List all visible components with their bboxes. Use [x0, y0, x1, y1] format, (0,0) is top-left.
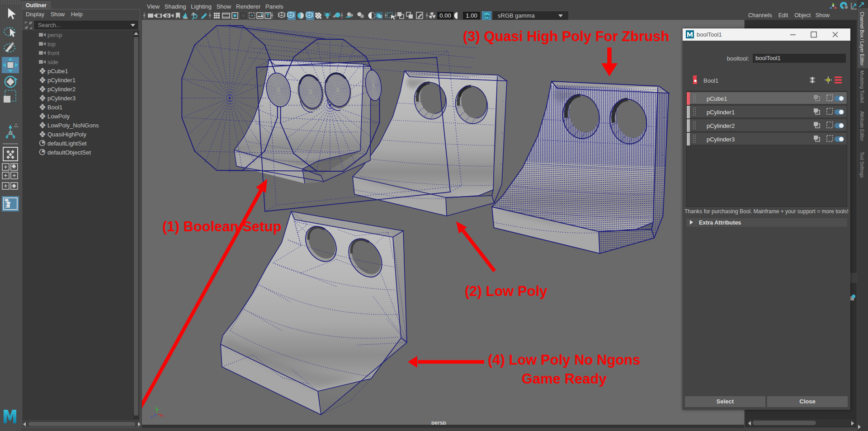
svg-text:1.00: 1.00 [466, 12, 477, 19]
svg-text:0.00: 0.00 [439, 12, 451, 19]
svg-text:z: z [151, 415, 152, 419]
svg-text:x: x [163, 414, 165, 418]
svg-text:ON: ON [484, 14, 490, 18]
svg-text:sRGB gamma: sRGB gamma [498, 12, 535, 19]
svg-text:y: y [156, 405, 157, 409]
